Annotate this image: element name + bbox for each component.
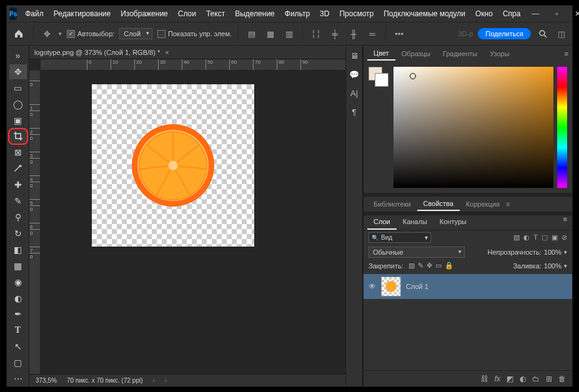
show-transform-checkbox[interactable]: Показать упр. элем. bbox=[157, 30, 232, 38]
tab-paths[interactable]: Контуры bbox=[433, 215, 473, 230]
healing-tool[interactable]: ✚ bbox=[9, 177, 27, 192]
panel-icon-1[interactable]: 🖥 bbox=[348, 49, 360, 62]
fill-value[interactable]: 100% bbox=[544, 262, 562, 270]
status-caret-icon[interactable]: › bbox=[153, 377, 155, 384]
filter-pixel-icon[interactable]: ▧ bbox=[513, 233, 520, 242]
menu-image[interactable]: Изображение bbox=[116, 7, 172, 20]
distribute-1-icon[interactable]: ╎╎ bbox=[309, 27, 323, 41]
visibility-toggle-icon[interactable]: 👁 bbox=[369, 282, 376, 291]
marquee-tool[interactable]: ▭ bbox=[9, 81, 27, 96]
shape-tool[interactable]: ▢ bbox=[9, 355, 27, 370]
link-layers-icon[interactable]: ⛓ bbox=[481, 375, 488, 383]
eraser-tool[interactable]: ◧ bbox=[9, 242, 27, 257]
menu-layer[interactable]: Слои bbox=[174, 7, 200, 20]
brush-tool[interactable]: ✎ bbox=[9, 194, 27, 208]
background-color-swatch[interactable] bbox=[375, 73, 388, 87]
tab-patterns[interactable]: Узоры bbox=[483, 47, 515, 60]
more-options-icon[interactable]: ••• bbox=[392, 27, 406, 41]
filter-type-icon[interactable]: T bbox=[533, 233, 538, 242]
share-button[interactable]: Поделиться bbox=[478, 28, 531, 39]
distribute-3-icon[interactable]: ╫ bbox=[347, 27, 360, 41]
more-tools[interactable]: ⋯ bbox=[9, 371, 27, 386]
close-button[interactable]: ✕ bbox=[567, 6, 579, 21]
status-nav-left-icon[interactable]: ‹ bbox=[165, 377, 167, 384]
align-center-icon[interactable]: ▦ bbox=[264, 27, 277, 41]
menu-filter[interactable]: Фильтр bbox=[280, 7, 314, 20]
delete-layer-icon[interactable]: 🗑 bbox=[558, 375, 566, 383]
eyedropper-tool[interactable] bbox=[9, 161, 27, 176]
color-picker-cursor[interactable] bbox=[410, 73, 416, 79]
blend-mode-select[interactable]: Обычные bbox=[369, 247, 465, 258]
layer-name[interactable]: Слой 1 bbox=[406, 283, 428, 290]
lasso-tool[interactable]: ◯ bbox=[9, 97, 27, 112]
close-tab-icon[interactable]: × bbox=[165, 49, 169, 56]
move-tool[interactable]: ✥ bbox=[9, 64, 27, 79]
menu-select[interactable]: Выделение bbox=[230, 7, 279, 20]
menu-edit[interactable]: Редактирование bbox=[49, 7, 115, 20]
tab-libraries[interactable]: Библиотеки bbox=[367, 198, 417, 210]
adjustment-layer-icon[interactable]: ◐ bbox=[520, 375, 526, 383]
home-button[interactable] bbox=[11, 26, 27, 42]
maximize-button[interactable]: ▫ bbox=[546, 6, 567, 21]
dodge-tool[interactable]: ◐ bbox=[9, 291, 27, 306]
tab-properties[interactable]: Свойства bbox=[417, 197, 460, 211]
menu-help[interactable]: Спра bbox=[498, 7, 525, 20]
lock-all-icon[interactable]: 🔒 bbox=[445, 262, 453, 270]
menu-file[interactable]: Файл bbox=[21, 7, 48, 20]
align-left-icon[interactable]: ▤ bbox=[245, 27, 259, 41]
expand-tools-icon[interactable]: » bbox=[9, 48, 27, 63]
stamp-tool[interactable]: ⚲ bbox=[9, 210, 27, 225]
distribute-4-icon[interactable]: ═ bbox=[365, 27, 379, 41]
distribute-2-icon[interactable]: ╪ bbox=[328, 27, 342, 41]
layer-thumbnail[interactable] bbox=[381, 277, 401, 296]
history-brush-tool[interactable]: ↻ bbox=[9, 226, 27, 241]
autoselect-checkbox[interactable]: ✓ Автовыбор: bbox=[67, 30, 114, 38]
lock-artboard-icon[interactable]: ▭ bbox=[435, 262, 442, 270]
panel-icon-4[interactable]: ¶ bbox=[348, 105, 360, 118]
filter-shape-icon[interactable]: ▢ bbox=[542, 233, 548, 242]
tab-channels[interactable]: Каналы bbox=[397, 215, 433, 230]
layers-panel-menu-icon[interactable]: ≡ bbox=[563, 215, 567, 230]
tab-layers[interactable]: Слои bbox=[367, 215, 397, 230]
tab-gradients[interactable]: Градиенты bbox=[437, 47, 483, 60]
pen-tool[interactable]: ✒ bbox=[9, 307, 27, 322]
menu-3d[interactable]: 3D bbox=[315, 7, 334, 20]
type-tool[interactable]: T bbox=[9, 323, 27, 338]
menu-view[interactable]: Просмотр bbox=[335, 7, 378, 20]
crop-tool[interactable] bbox=[9, 129, 27, 144]
gradient-tool[interactable]: ▦ bbox=[9, 258, 27, 273]
layer-mask-icon[interactable]: ◩ bbox=[507, 375, 513, 383]
menu-plugins[interactable]: Подключаемые модули bbox=[379, 7, 470, 20]
document-tab[interactable]: logotype.png @ 373% (Слой 1, RGB/8) * × bbox=[29, 46, 345, 59]
canvas[interactable] bbox=[41, 71, 345, 374]
object-select-tool[interactable]: ▣ bbox=[9, 113, 27, 128]
tab-swatches[interactable]: Образцы bbox=[395, 47, 437, 60]
new-layer-icon[interactable]: ⊞ bbox=[546, 375, 552, 383]
opacity-value[interactable]: 100% bbox=[544, 248, 562, 256]
layer-row[interactable]: 👁 Слой 1 bbox=[364, 274, 572, 299]
menu-window[interactable]: Окно bbox=[471, 7, 497, 20]
tab-adjustments[interactable]: Коррекция bbox=[460, 198, 506, 210]
path-select-tool[interactable]: ↖ bbox=[9, 339, 27, 354]
lock-position-icon[interactable]: ✥ bbox=[427, 262, 432, 270]
color-picker-field[interactable] bbox=[393, 67, 553, 188]
layer-filter-select[interactable]: Вид▾ bbox=[369, 232, 431, 243]
blur-tool[interactable]: ◉ bbox=[9, 275, 27, 290]
autoselect-target-select[interactable]: Слой bbox=[119, 28, 152, 39]
menu-text[interactable]: Текст bbox=[202, 7, 229, 20]
panel-icon-2[interactable]: 💬 bbox=[348, 68, 360, 81]
hue-slider[interactable] bbox=[557, 67, 567, 188]
align-right-icon[interactable]: ▥ bbox=[282, 27, 296, 41]
lock-pixels-icon[interactable]: ▧ bbox=[408, 262, 415, 270]
color-panel-menu-icon[interactable]: ≡ bbox=[565, 50, 568, 57]
lock-brush-icon[interactable]: ✎ bbox=[418, 262, 423, 270]
frame-tool[interactable]: ⊠ bbox=[9, 145, 27, 160]
filter-toggle-icon[interactable]: ⊘ bbox=[562, 233, 567, 242]
minimize-button[interactable]: — bbox=[525, 6, 546, 21]
layer-group-icon[interactable]: 🗀 bbox=[532, 375, 540, 383]
filter-smart-icon[interactable]: ▣ bbox=[552, 233, 558, 242]
layer-fx-icon[interactable]: fx bbox=[495, 375, 500, 383]
props-panel-menu-icon[interactable]: ≡ bbox=[506, 200, 510, 208]
zoom-level[interactable]: 373,5% bbox=[36, 377, 57, 384]
panel-icon-3[interactable]: A| bbox=[348, 87, 360, 99]
